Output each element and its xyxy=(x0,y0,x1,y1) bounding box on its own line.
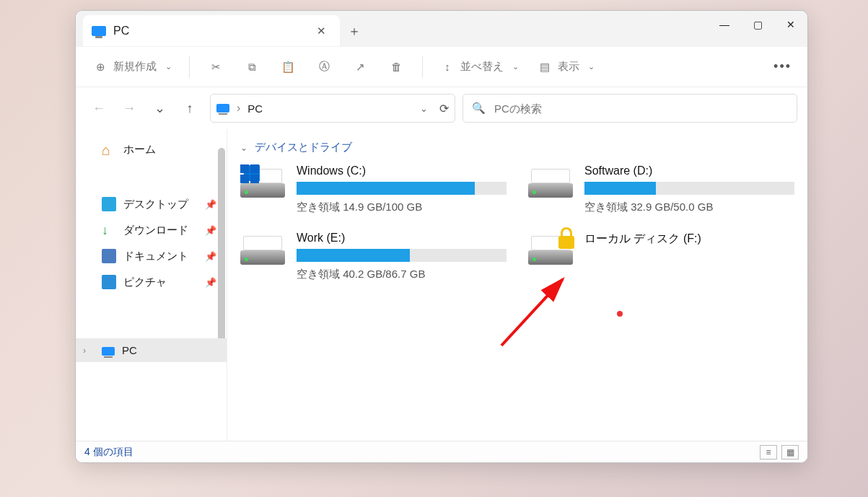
view-button-label: 表示 xyxy=(558,60,579,74)
document-icon xyxy=(102,249,116,263)
new-button[interactable]: ⊕ 新規作成 ⌄ xyxy=(86,56,179,79)
drive-item-d[interactable]: Software (D:) 空き領域 32.9 GB/50.0 GB xyxy=(528,164,794,214)
address-dropdown[interactable]: ⌄ xyxy=(420,103,428,114)
sidebar-item-pictures[interactable]: ピクチャ 📌 xyxy=(76,269,227,295)
clipboard-icon: 📋 xyxy=(281,60,295,74)
share-button[interactable]: ↗ xyxy=(344,56,376,79)
search-box[interactable]: 🔍 xyxy=(463,94,797,123)
view-button[interactable]: ▤ 表示 ⌄ xyxy=(530,56,602,79)
rename-button[interactable]: Ⓐ xyxy=(308,56,340,79)
sidebar-item-home[interactable]: ホーム xyxy=(76,136,227,162)
drive-item-f[interactable]: ローカル ディスク (F:) xyxy=(528,232,794,281)
pc-icon xyxy=(216,104,229,113)
pc-icon xyxy=(102,347,115,356)
breadcrumb-pc[interactable]: PC xyxy=(247,102,263,115)
forward-button[interactable]: → xyxy=(120,101,138,116)
home-icon xyxy=(102,142,116,157)
view-icon: ▤ xyxy=(538,60,552,74)
sidebar-item-desktop[interactable]: デスクトップ 📌 xyxy=(76,191,227,217)
drive-name: ローカル ディスク (F:) xyxy=(584,232,794,247)
sidebar: ホーム デスクトップ 📌 ダウンロード 📌 ドキュメント 📌 ピクチャ 📌 xyxy=(76,129,227,441)
search-input[interactable] xyxy=(494,102,788,115)
drive-icon xyxy=(240,232,285,265)
pin-icon: 📌 xyxy=(205,277,216,288)
close-window-button[interactable]: ✕ xyxy=(774,11,807,38)
up-button[interactable]: ↑ xyxy=(181,101,198,116)
drive-item-c[interactable]: Windows (C:) 空き領域 14.9 GB/100 GB xyxy=(240,164,507,214)
plus-circle-icon: ⊕ xyxy=(93,60,108,74)
drive-freespace: 空き領域 32.9 GB/50.0 GB xyxy=(584,201,794,214)
back-button[interactable]: ← xyxy=(90,101,108,116)
drive-freespace: 空き領域 14.9 GB/100 GB xyxy=(297,201,507,214)
chevron-right-icon[interactable]: › xyxy=(83,346,86,356)
drive-icon xyxy=(240,164,285,198)
sidebar-pc-label: PC xyxy=(122,344,137,356)
scissors-icon: ✂ xyxy=(209,60,223,74)
address-bar[interactable]: › PC ⌄ ⟳ xyxy=(210,94,455,123)
details-view-button[interactable]: ≡ xyxy=(760,445,777,459)
new-button-label: 新規作成 xyxy=(113,60,157,74)
desktop-icon xyxy=(102,197,116,211)
share-icon: ↗ xyxy=(353,60,367,74)
chevron-down-icon: ⌄ xyxy=(165,62,172,71)
capacity-bar xyxy=(297,249,507,262)
sidebar-home-label: ホーム xyxy=(123,143,156,157)
delete-button[interactable]: 🗑 xyxy=(380,56,412,79)
sort-button[interactable]: ↕ 並べ替え ⌄ xyxy=(433,56,526,79)
lock-icon xyxy=(557,227,576,249)
drive-icon xyxy=(528,232,573,265)
pin-icon: 📌 xyxy=(205,251,216,262)
picture-icon xyxy=(102,275,116,289)
tab-title: PC xyxy=(113,25,304,38)
sort-icon: ↕ xyxy=(440,60,455,74)
sidebar-item-downloads[interactable]: ダウンロード 📌 xyxy=(76,217,227,243)
breadcrumb-separator: › xyxy=(237,102,240,115)
download-icon xyxy=(102,223,116,237)
recent-dropdown[interactable]: ⌄ xyxy=(151,100,168,116)
group-title: デバイスとドライブ xyxy=(255,141,352,154)
window-controls: — ▢ ✕ xyxy=(708,11,807,38)
drive-name: Work (E:) xyxy=(297,232,507,245)
group-header[interactable]: ⌄ デバイスとドライブ xyxy=(240,141,794,154)
search-icon: 🔍 xyxy=(472,102,486,115)
paste-button[interactable]: 📋 xyxy=(272,56,304,79)
drive-item-e[interactable]: Work (E:) 空き領域 40.2 GB/86.7 GB xyxy=(240,232,507,281)
separator xyxy=(422,56,423,78)
chevron-down-icon: ⌄ xyxy=(512,62,519,71)
rename-icon: Ⓐ xyxy=(317,60,331,74)
capacity-bar xyxy=(584,182,794,195)
sidebar-item-pc[interactable]: › PC xyxy=(76,338,227,362)
minimize-button[interactable]: — xyxy=(708,11,741,38)
drive-name: Windows (C:) xyxy=(297,164,507,177)
separator xyxy=(189,56,190,78)
tab-pc[interactable]: PC ✕ xyxy=(83,15,340,47)
copy-icon: ⧉ xyxy=(245,60,259,74)
new-tab-button[interactable]: ＋ xyxy=(340,15,369,47)
maximize-button[interactable]: ▢ xyxy=(741,11,774,38)
nav-buttons: ← → ⌄ ↑ xyxy=(86,100,203,116)
drive-icon xyxy=(528,164,573,198)
sidebar-item-documents[interactable]: ドキュメント 📌 xyxy=(76,243,227,269)
title-bar: PC ✕ ＋ — ▢ ✕ xyxy=(76,11,807,47)
body: ホーム デスクトップ 📌 ダウンロード 📌 ドキュメント 📌 ピクチャ 📌 xyxy=(76,129,807,441)
content-pane: ⌄ デバイスとドライブ Windows (C:) 空き領域 14.9 GB/10… xyxy=(227,129,807,441)
tiles-view-button[interactable]: ▦ xyxy=(781,445,799,459)
sidebar-item-label: デスクトップ xyxy=(123,198,188,211)
copy-button[interactable]: ⧉ xyxy=(236,56,268,79)
chevron-down-icon: ⌄ xyxy=(588,62,595,71)
explorer-window: PC ✕ ＋ — ▢ ✕ ⊕ 新規作成 ⌄ ✂ ⧉ 📋 Ⓐ ↗ 🗑 ↕ 並べ替え… xyxy=(75,10,808,463)
sidebar-item-label: ダウンロード xyxy=(123,224,188,237)
annotation-dot xyxy=(617,311,623,317)
chevron-down-icon: ⌄ xyxy=(240,143,247,153)
sidebar-item-label: ドキュメント xyxy=(123,250,188,263)
cut-button[interactable]: ✂ xyxy=(200,56,232,79)
more-button[interactable]: ••• xyxy=(768,59,797,74)
close-tab-button[interactable]: ✕ xyxy=(311,25,331,38)
status-text: 4 個の項目 xyxy=(84,446,133,459)
pc-icon xyxy=(92,26,106,36)
toolbar: ⊕ 新規作成 ⌄ ✂ ⧉ 📋 Ⓐ ↗ 🗑 ↕ 並べ替え ⌄ ▤ 表示 ⌄ ••• xyxy=(76,47,807,87)
drive-name: Software (D:) xyxy=(584,164,794,177)
refresh-button[interactable]: ⟳ xyxy=(439,102,449,115)
trash-icon: 🗑 xyxy=(389,60,403,74)
nav-bar: ← → ⌄ ↑ › PC ⌄ ⟳ 🔍 xyxy=(76,87,807,129)
